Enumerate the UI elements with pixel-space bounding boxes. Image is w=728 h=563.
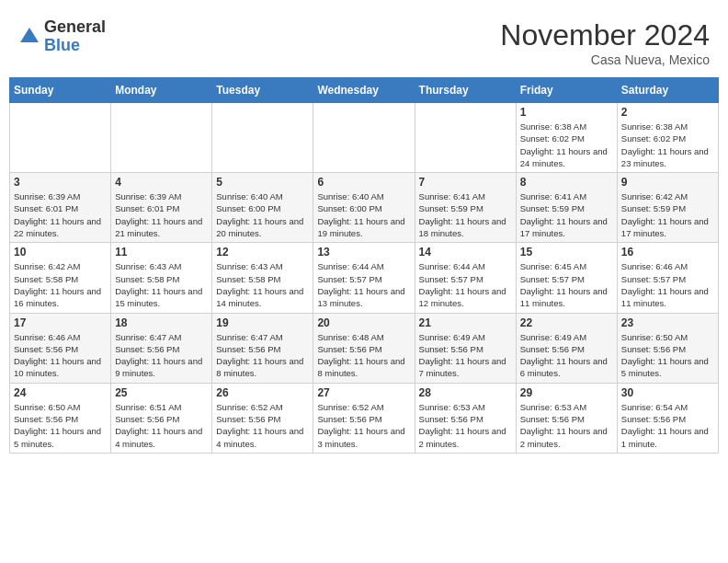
day-number: 11 xyxy=(115,246,208,259)
day-number: 27 xyxy=(317,386,410,399)
day-number: 3 xyxy=(14,176,107,189)
logo-icon xyxy=(18,26,40,48)
day-number: 8 xyxy=(520,176,613,189)
day-info: Sunrise: 6:38 AM Sunset: 6:02 PM Dayligh… xyxy=(621,121,714,169)
day-number: 23 xyxy=(621,316,714,329)
calendar-cell: 20Sunrise: 6:48 AM Sunset: 5:56 PM Dayli… xyxy=(313,313,415,383)
calendar-cell: 13Sunrise: 6:44 AM Sunset: 5:57 PM Dayli… xyxy=(313,243,415,313)
logo: General Blue xyxy=(18,18,106,55)
day-info: Sunrise: 6:50 AM Sunset: 5:56 PM Dayligh… xyxy=(14,401,107,450)
day-number: 29 xyxy=(520,386,613,399)
day-info: Sunrise: 6:44 AM Sunset: 5:57 PM Dayligh… xyxy=(317,260,410,309)
calendar-cell: 17Sunrise: 6:46 AM Sunset: 5:56 PM Dayli… xyxy=(10,313,111,383)
days-of-week-row: SundayMondayTuesdayWednesdayThursdayFrid… xyxy=(10,78,719,103)
calendar-cell: 12Sunrise: 6:43 AM Sunset: 5:58 PM Dayli… xyxy=(212,243,313,313)
calendar-table: SundayMondayTuesdayWednesdayThursdayFrid… xyxy=(9,77,719,454)
calendar-cell: 14Sunrise: 6:44 AM Sunset: 5:57 PM Dayli… xyxy=(415,243,516,313)
calendar-cell: 24Sunrise: 6:50 AM Sunset: 5:56 PM Dayli… xyxy=(10,383,111,453)
calendar-cell xyxy=(313,103,415,173)
calendar-cell: 16Sunrise: 6:46 AM Sunset: 5:57 PM Dayli… xyxy=(617,243,718,313)
day-info: Sunrise: 6:42 AM Sunset: 5:58 PM Dayligh… xyxy=(14,260,107,309)
day-info: Sunrise: 6:38 AM Sunset: 6:02 PM Dayligh… xyxy=(520,121,613,169)
calendar-cell: 30Sunrise: 6:54 AM Sunset: 5:56 PM Dayli… xyxy=(617,383,718,453)
day-info: Sunrise: 6:47 AM Sunset: 5:56 PM Dayligh… xyxy=(216,331,309,380)
day-info: Sunrise: 6:51 AM Sunset: 5:56 PM Dayligh… xyxy=(115,401,208,450)
day-number: 16 xyxy=(621,246,714,259)
day-info: Sunrise: 6:40 AM Sunset: 6:00 PM Dayligh… xyxy=(317,190,410,239)
day-info: Sunrise: 6:41 AM Sunset: 5:59 PM Dayligh… xyxy=(520,190,613,239)
calendar-cell xyxy=(415,103,516,173)
calendar-cell: 23Sunrise: 6:50 AM Sunset: 5:56 PM Dayli… xyxy=(617,313,718,383)
calendar-cell: 22Sunrise: 6:49 AM Sunset: 5:56 PM Dayli… xyxy=(516,313,617,383)
day-info: Sunrise: 6:47 AM Sunset: 5:56 PM Dayligh… xyxy=(115,331,208,380)
day-info: Sunrise: 6:44 AM Sunset: 5:57 PM Dayligh… xyxy=(419,260,512,309)
calendar-cell: 18Sunrise: 6:47 AM Sunset: 5:56 PM Dayli… xyxy=(111,313,212,383)
calendar-cell: 21Sunrise: 6:49 AM Sunset: 5:56 PM Dayli… xyxy=(415,313,516,383)
day-info: Sunrise: 6:43 AM Sunset: 5:58 PM Dayligh… xyxy=(115,260,208,309)
calendar-cell: 5Sunrise: 6:40 AM Sunset: 6:00 PM Daylig… xyxy=(212,173,313,243)
calendar-week-row: 17Sunrise: 6:46 AM Sunset: 5:56 PM Dayli… xyxy=(10,313,719,383)
calendar-cell: 8Sunrise: 6:41 AM Sunset: 5:59 PM Daylig… xyxy=(516,173,617,243)
calendar-body: 1Sunrise: 6:38 AM Sunset: 6:02 PM Daylig… xyxy=(10,103,719,454)
calendar-cell: 4Sunrise: 6:39 AM Sunset: 6:01 PM Daylig… xyxy=(111,173,212,243)
day-number: 21 xyxy=(419,316,512,329)
calendar-cell xyxy=(212,103,313,173)
day-info: Sunrise: 6:49 AM Sunset: 5:56 PM Dayligh… xyxy=(419,331,512,380)
day-info: Sunrise: 6:43 AM Sunset: 5:58 PM Dayligh… xyxy=(216,260,309,309)
day-info: Sunrise: 6:53 AM Sunset: 5:56 PM Dayligh… xyxy=(419,401,512,450)
logo-text: General Blue xyxy=(44,18,106,55)
day-of-week-header: Tuesday xyxy=(212,78,313,103)
day-info: Sunrise: 6:40 AM Sunset: 6:00 PM Dayligh… xyxy=(216,190,309,239)
day-info: Sunrise: 6:45 AM Sunset: 5:57 PM Dayligh… xyxy=(520,260,613,309)
logo-blue-text: Blue xyxy=(44,37,106,55)
day-of-week-header: Friday xyxy=(516,78,617,103)
day-info: Sunrise: 6:52 AM Sunset: 5:56 PM Dayligh… xyxy=(317,401,410,450)
day-number: 13 xyxy=(317,246,410,259)
day-number: 15 xyxy=(520,246,613,259)
svg-marker-0 xyxy=(20,28,39,42)
calendar-cell: 19Sunrise: 6:47 AM Sunset: 5:56 PM Dayli… xyxy=(212,313,313,383)
day-number: 14 xyxy=(419,246,512,259)
day-of-week-header: Thursday xyxy=(415,78,516,103)
day-number: 7 xyxy=(419,176,512,189)
calendar-cell xyxy=(111,103,212,173)
month-title: November 2024 xyxy=(500,18,710,52)
calendar-week-row: 24Sunrise: 6:50 AM Sunset: 5:56 PM Dayli… xyxy=(10,383,719,453)
calendar-week-row: 1Sunrise: 6:38 AM Sunset: 6:02 PM Daylig… xyxy=(10,103,719,173)
day-number: 2 xyxy=(621,106,714,119)
calendar-cell: 29Sunrise: 6:53 AM Sunset: 5:56 PM Dayli… xyxy=(516,383,617,453)
day-info: Sunrise: 6:39 AM Sunset: 6:01 PM Dayligh… xyxy=(115,190,208,239)
day-info: Sunrise: 6:41 AM Sunset: 5:59 PM Dayligh… xyxy=(419,190,512,239)
calendar-cell: 15Sunrise: 6:45 AM Sunset: 5:57 PM Dayli… xyxy=(516,243,617,313)
day-number: 12 xyxy=(216,246,309,259)
calendar-cell: 7Sunrise: 6:41 AM Sunset: 5:59 PM Daylig… xyxy=(415,173,516,243)
day-info: Sunrise: 6:54 AM Sunset: 5:56 PM Dayligh… xyxy=(621,401,714,450)
day-number: 5 xyxy=(216,176,309,189)
day-number: 4 xyxy=(115,176,208,189)
day-info: Sunrise: 6:46 AM Sunset: 5:56 PM Dayligh… xyxy=(14,331,107,380)
day-number: 19 xyxy=(216,316,309,329)
day-info: Sunrise: 6:50 AM Sunset: 5:56 PM Dayligh… xyxy=(621,331,714,380)
page-header: General Blue November 2024 Casa Nueva, M… xyxy=(9,9,719,72)
day-number: 20 xyxy=(317,316,410,329)
calendar-week-row: 10Sunrise: 6:42 AM Sunset: 5:58 PM Dayli… xyxy=(10,243,719,313)
day-number: 18 xyxy=(115,316,208,329)
calendar-cell: 10Sunrise: 6:42 AM Sunset: 5:58 PM Dayli… xyxy=(10,243,111,313)
day-info: Sunrise: 6:39 AM Sunset: 6:01 PM Dayligh… xyxy=(14,190,107,239)
day-of-week-header: Monday xyxy=(111,78,212,103)
calendar-cell: 25Sunrise: 6:51 AM Sunset: 5:56 PM Dayli… xyxy=(111,383,212,453)
day-number: 10 xyxy=(14,246,107,259)
day-number: 6 xyxy=(317,176,410,189)
calendar-cell: 28Sunrise: 6:53 AM Sunset: 5:56 PM Dayli… xyxy=(415,383,516,453)
calendar-cell: 2Sunrise: 6:38 AM Sunset: 6:02 PM Daylig… xyxy=(617,103,718,173)
day-number: 28 xyxy=(419,386,512,399)
day-number: 17 xyxy=(14,316,107,329)
calendar-cell: 3Sunrise: 6:39 AM Sunset: 6:01 PM Daylig… xyxy=(10,173,111,243)
calendar-cell: 11Sunrise: 6:43 AM Sunset: 5:58 PM Dayli… xyxy=(111,243,212,313)
calendar-cell xyxy=(10,103,111,173)
day-of-week-header: Wednesday xyxy=(313,78,415,103)
day-number: 30 xyxy=(621,386,714,399)
day-info: Sunrise: 6:52 AM Sunset: 5:56 PM Dayligh… xyxy=(216,401,309,450)
calendar-week-row: 3Sunrise: 6:39 AM Sunset: 6:01 PM Daylig… xyxy=(10,173,719,243)
day-info: Sunrise: 6:48 AM Sunset: 5:56 PM Dayligh… xyxy=(317,331,410,380)
